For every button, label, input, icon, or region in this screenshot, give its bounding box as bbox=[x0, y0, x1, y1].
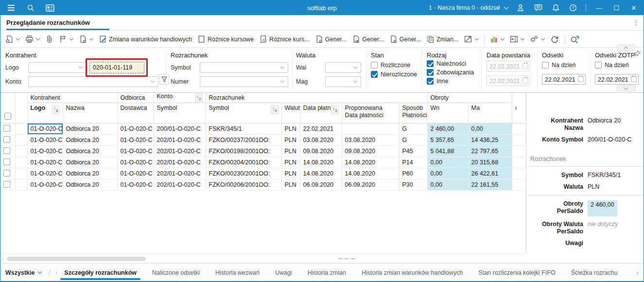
expand-filter-button[interactable] bbox=[617, 85, 635, 91]
print-button[interactable] bbox=[23, 34, 42, 45]
maximize-button[interactable]: ☐ bbox=[611, 4, 621, 12]
generuj-1-button[interactable]: Gener... bbox=[313, 34, 348, 45]
template-button[interactable] bbox=[462, 34, 481, 45]
document-settings-button[interactable] bbox=[77, 34, 95, 45]
minimize-button[interactable]: — bbox=[594, 4, 604, 12]
row-checkbox[interactable] bbox=[3, 147, 10, 154]
group-header-kontrahent[interactable]: Kontrahent bbox=[27, 93, 117, 103]
company-selector[interactable]: 1 - Nasza firma 0 - oddział bbox=[429, 4, 508, 11]
row-checkbox[interactable] bbox=[3, 170, 10, 176]
user-icon[interactable] bbox=[516, 3, 525, 13]
table-row[interactable]: 01-O-020-C Odbiorca 20 01-O-020-C 202/01… bbox=[0, 168, 526, 179]
row-checkbox[interactable] bbox=[3, 159, 10, 165]
scroll-left-icon[interactable]: ‹ bbox=[1, 256, 3, 262]
detail-konto-value: 200/01-O-020-C bbox=[588, 136, 631, 143]
pin-icon[interactable] bbox=[634, 50, 641, 57]
help-icon[interactable]: ? bbox=[568, 3, 578, 13]
column-header-logo[interactable]: Logo↑1 bbox=[27, 103, 63, 123]
column-header-data-platnosci[interactable]: Data płatn↑3 bbox=[300, 103, 342, 123]
mag-combo[interactable] bbox=[325, 76, 361, 87]
symbol-combo[interactable] bbox=[200, 62, 288, 73]
select-all-checkbox[interactable] bbox=[4, 113, 11, 120]
chart-button[interactable] bbox=[488, 34, 506, 45]
column-header-ma[interactable]: Ma bbox=[468, 103, 512, 123]
close-button[interactable]: ✕ bbox=[629, 4, 639, 12]
hamburger-menu-icon[interactable] bbox=[6, 3, 16, 13]
refresh-button[interactable] bbox=[548, 34, 561, 45]
row-checkbox[interactable] bbox=[3, 125, 10, 132]
tab-stan-rozliczenia-fifo[interactable]: Stan rozliczenia kolejki FIFO bbox=[478, 264, 555, 282]
zmiany-button[interactable]: Zmian... bbox=[424, 34, 460, 45]
zmiana-warunkow-button[interactable]: Zmiana warunków handlowych bbox=[97, 34, 194, 45]
numer-combo[interactable] bbox=[200, 76, 288, 87]
odsetki-zotp-date-field[interactable]: 22.02.2021 bbox=[595, 74, 639, 85]
data-powstania-do-field[interactable]: 22.02.2021 bbox=[487, 75, 530, 86]
tab-historia-zmian[interactable]: Historia zmian bbox=[308, 264, 346, 282]
generuj-2-button[interactable]: Gener... bbox=[350, 34, 385, 45]
checkbox-naleznosci[interactable]: Należności bbox=[427, 60, 466, 67]
konto-combo[interactable] bbox=[28, 76, 158, 87]
group-header-odbiorca[interactable]: Odbiorca bbox=[117, 93, 154, 103]
column-header-konto-symbol[interactable]: Symbol bbox=[154, 103, 206, 123]
scrollbar-thumb[interactable] bbox=[7, 257, 146, 261]
logo-combo[interactable] bbox=[28, 62, 87, 73]
checkbox-inne[interactable]: Inne bbox=[427, 78, 448, 85]
generuj-3-button[interactable]: Gener... bbox=[387, 34, 423, 45]
attachment-button[interactable] bbox=[43, 34, 55, 45]
checkbox-odsetki-na-dzien[interactable]: Na dzień bbox=[542, 62, 575, 69]
collapse-filter-button[interactable] bbox=[617, 45, 635, 51]
group-header-konto[interactable]: Konto↑2 bbox=[154, 93, 206, 103]
checkbox-zobowiazania[interactable]: Zobowiązania bbox=[427, 69, 474, 76]
view-all-selector[interactable]: Wszystkie bbox=[5, 269, 42, 276]
tab-uwagi[interactable]: Uwagi bbox=[275, 264, 292, 282]
column-header-wn[interactable]: Wn bbox=[427, 103, 468, 123]
group-header-obroty[interactable]: Obroty bbox=[427, 93, 512, 103]
search-filter-button[interactable] bbox=[568, 34, 581, 45]
bell-icon[interactable] bbox=[551, 3, 560, 13]
search-icon[interactable] bbox=[26, 3, 35, 13]
tabs-scroll-right-icon[interactable]: › bbox=[637, 269, 639, 276]
column-header-symbol[interactable]: Symbol↑4 bbox=[206, 103, 281, 123]
checkbox-rozliczone[interactable]: Rozliczone bbox=[371, 62, 410, 69]
panel-layout-button[interactable] bbox=[508, 34, 526, 45]
column-header-dostawca[interactable]: Dostawca bbox=[117, 103, 154, 123]
logo-search-input[interactable]: 020-01-01-119 bbox=[89, 62, 144, 73]
checkbox-zotp-na-dzien[interactable]: Na dzień bbox=[595, 62, 628, 69]
column-header-proponowana[interactable]: ProponowanaData płatności bbox=[342, 103, 399, 123]
table-row[interactable]: 01-O-020-C Odbiorca 20 01-O-020-C 202/01… bbox=[0, 135, 526, 146]
scroll-right-icon[interactable]: › bbox=[512, 93, 526, 123]
tab-sciezka-rozrachunku[interactable]: Ścieżka rozrachu bbox=[571, 264, 618, 282]
cell-logo[interactable]: 01-O-020-C bbox=[27, 123, 63, 135]
tab-historia-wezwan[interactable]: Historia wezwań bbox=[215, 264, 260, 282]
filter-funnel-button[interactable] bbox=[159, 74, 169, 85]
table-row[interactable]: 01-O-020-C Odbiorca 20 01-O-020-C 202/01… bbox=[0, 157, 526, 168]
odsetki-date-field[interactable]: 22.02.2021 bbox=[542, 74, 586, 85]
column-header-sposob[interactable]: SposóbPłatności bbox=[399, 103, 427, 123]
group-header-rozrachunek[interactable]: Rozrachunek bbox=[206, 93, 427, 103]
tab-historia-zmian-warunkow[interactable]: Historia zmian warunków handlowych bbox=[362, 264, 463, 282]
flag-button[interactable] bbox=[57, 34, 75, 45]
table-row[interactable]: 01-O-020-C Odbiorca 20 01-O-020-C 202/01… bbox=[0, 146, 526, 157]
tab-szczegoly-rozrachunkow[interactable]: Szczegóły rozrachunków bbox=[64, 264, 137, 282]
news-icon[interactable] bbox=[45, 3, 55, 13]
roznice-kurs-button[interactable]: Różnice kurs... bbox=[257, 34, 312, 45]
row-checkbox[interactable] bbox=[3, 136, 10, 143]
table-row[interactable]: 01-O-020-C Odbiorca 20 01-O-020-C 202/01… bbox=[0, 179, 526, 191]
data-powstania-od-field[interactable]: 22.02.2021 bbox=[487, 61, 530, 71]
chat-icon[interactable] bbox=[533, 3, 543, 13]
checkbox-nierozliczone[interactable]: Nierozliczone bbox=[371, 71, 417, 78]
column-header-nazwa[interactable]: Nazwa bbox=[63, 103, 117, 123]
more-options-icon[interactable]: ⋮ bbox=[633, 18, 640, 26]
tab-naliczone-odsetki[interactable]: Naliczone odsetki bbox=[152, 264, 200, 282]
tabs-scroll-left-icon[interactable]: ‹ bbox=[55, 269, 57, 276]
roznice-kursowe-button[interactable]: Różnice kursowe bbox=[195, 34, 256, 45]
tab-przegladanie-rozrachunkow[interactable]: Przeglądanie rozrachunków bbox=[6, 15, 109, 30]
results-grid: Kontrahent Odbiorca Konto↑2 Rozrachunek … bbox=[0, 93, 526, 253]
column-header-waluta[interactable]: Walut bbox=[281, 103, 300, 123]
table-row[interactable]: 01-O-020-C Odbiorca 20 01-O-020-C 200/01… bbox=[0, 123, 526, 135]
new-document-button[interactable] bbox=[3, 34, 22, 45]
row-checkbox[interactable] bbox=[3, 181, 10, 188]
settings-button[interactable] bbox=[528, 34, 547, 45]
splitter-handle[interactable] bbox=[338, 258, 357, 259]
wal-combo[interactable] bbox=[325, 62, 361, 73]
